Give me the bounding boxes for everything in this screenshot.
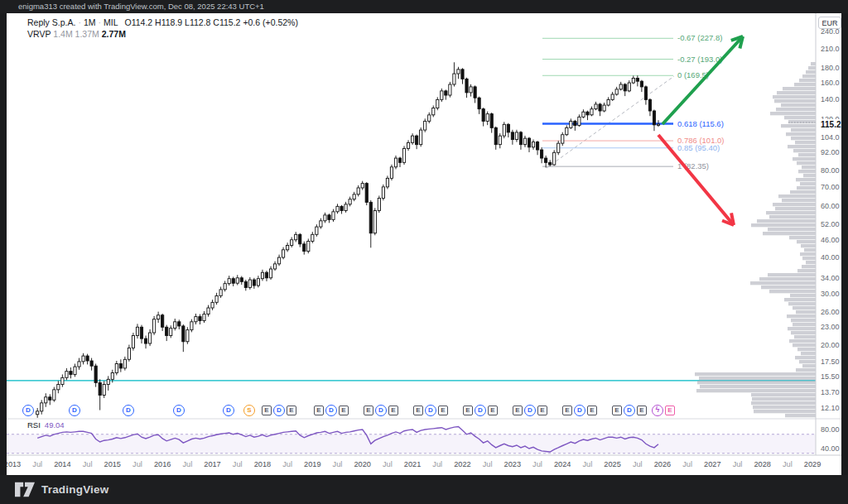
exchange-label: MIL (104, 17, 118, 27)
earnings-marker[interactable]: E (388, 406, 398, 415)
earnings-marker[interactable]: E (463, 406, 473, 415)
dividend-marker[interactable]: D (173, 405, 185, 416)
legend-separator: · (75, 17, 84, 27)
earnings-marker[interactable]: E (488, 406, 498, 415)
page: enigma313 created with TradingView.com, … (0, 0, 848, 504)
chart-widget: -0.67 (227.8)-0.27 (193.0)0 (169.5)0.618… (7, 13, 841, 475)
dividend-marker[interactable]: D (375, 405, 387, 416)
high-value: 118.9 (161, 17, 183, 27)
open-label: O (124, 17, 131, 27)
split-marker[interactable]: S (243, 405, 255, 416)
time-axis[interactable] (7, 455, 841, 475)
earnings-marker[interactable]: E (413, 406, 423, 415)
attribution-bar: enigma313 created with TradingView.com, … (0, 0, 848, 13)
symbol-title[interactable]: Reply S.p.A. (27, 17, 75, 27)
earnings-marker[interactable]: E (438, 406, 448, 415)
attribution-text: enigma313 created with TradingView.com, … (18, 2, 264, 11)
price-axis[interactable] (816, 13, 841, 455)
vrvp-value-1: 1.4M (53, 29, 72, 39)
earnings-marker[interactable]: E (612, 406, 622, 415)
earnings-marker[interactable]: E (314, 406, 324, 415)
fib-level-label: -0.67 (227.8) (677, 33, 722, 42)
dividend-marker[interactable]: D (273, 405, 285, 416)
fib-level-label: 0.85 (95.40) (677, 143, 720, 152)
earnings-marker[interactable]: E (537, 406, 547, 415)
interval-label: 1M (84, 17, 96, 27)
dividend-marker[interactable]: D (223, 405, 234, 416)
up-arrow[interactable] (662, 36, 743, 124)
tradingview-logo-icon[interactable] (15, 482, 35, 497)
candles-layer (36, 62, 660, 418)
earnings-marker[interactable]: E (562, 406, 572, 415)
vrvp-label[interactable]: VRVP (27, 29, 51, 39)
volume-profile-layer (695, 62, 816, 417)
vrvp-value-2: 1.37M (75, 29, 99, 39)
rsi-value: 49.04 (41, 420, 65, 430)
earnings-marker[interactable]: E (513, 406, 523, 415)
high-label: H (155, 17, 161, 27)
legend-separator: · (95, 17, 104, 27)
fib-retracement[interactable]: -0.67 (227.8)-0.27 (193.0)0 (169.5)0.618… (542, 33, 725, 170)
legend: Reply S.p.A.·1M·MILO114.2 H118.9 L112.8 … (27, 17, 298, 39)
dividend-marker[interactable]: D (22, 405, 34, 416)
dividend-marker[interactable]: D (123, 405, 134, 416)
rsi-label[interactable]: RSI (27, 420, 41, 430)
earnings-marker[interactable]: E (262, 406, 272, 415)
power-marker[interactable]: ϟ (652, 405, 663, 416)
low-value: 112.8 (190, 17, 211, 27)
tradingview-wordmark[interactable]: TradingView (41, 483, 108, 496)
change-value: +0.6 (+0.52%) (243, 17, 298, 27)
close-label: C (213, 17, 219, 27)
fib-level-label: 0.618 (115.6) (677, 119, 724, 128)
dividend-marker[interactable]: D (574, 405, 585, 416)
earnings-marker[interactable]: E (339, 406, 349, 415)
dividend-marker[interactable]: D (524, 405, 536, 416)
earnings-marker[interactable]: E (287, 406, 296, 415)
earnings-marker[interactable]: E (637, 406, 647, 415)
close-value: 115.2 (219, 17, 241, 27)
footer-bar: TradingView (0, 475, 848, 504)
open-value: 114.2 (132, 17, 153, 27)
earnings-marker[interactable]: E (587, 406, 597, 415)
dividend-marker[interactable]: D (325, 405, 337, 416)
dividend-marker[interactable]: D (69, 405, 80, 416)
dividend-marker[interactable]: D (475, 405, 486, 416)
dividend-marker[interactable]: D (624, 405, 635, 416)
earnings-marker[interactable]: E (364, 406, 373, 415)
vrvp-value-3: 2.77M (102, 29, 126, 39)
earnings-pink-marker[interactable]: E (665, 406, 675, 415)
rsi-legend: RSI49.04 (27, 420, 65, 430)
fib-level-label: -0.27 (193.0) (677, 55, 722, 64)
dividend-marker[interactable]: D (425, 405, 436, 416)
